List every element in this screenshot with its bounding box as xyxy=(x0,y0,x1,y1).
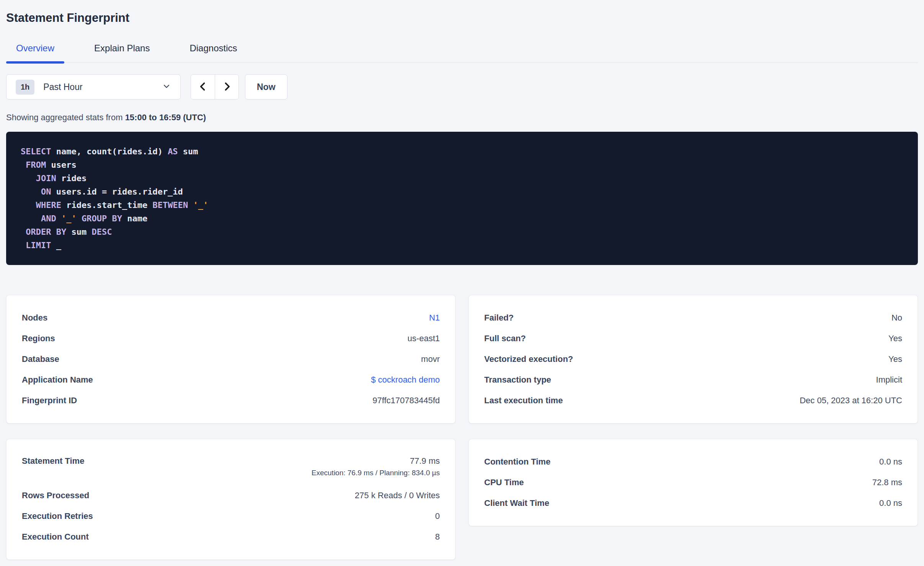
page-title: Statement Fingerprint xyxy=(6,0,918,25)
next-time-button[interactable] xyxy=(215,75,238,99)
table-row: Fingerprint ID 97ffc170783445fd xyxy=(22,390,440,411)
tab-overview[interactable]: Overview xyxy=(6,39,64,62)
aggregated-stats-note: Showing aggregated stats from 15:00 to 1… xyxy=(6,113,918,123)
chevron-left-icon xyxy=(198,81,208,93)
table-row: Last execution time Dec 05, 2023 at 16:2… xyxy=(484,390,902,411)
sql-line: ORDER BY sum DESC xyxy=(21,225,903,239)
resource-times-card: Contention Time 0.0 ns CPU Time 72.8 ms … xyxy=(469,439,918,526)
time-range-label: Past Hour xyxy=(43,82,162,92)
statement-fingerprint-page: Statement Fingerprint Overview Explain P… xyxy=(0,0,924,566)
overview-cards-bottom: Statement Time 77.9 ms Execution: 76.9 m… xyxy=(6,439,918,560)
table-row: Client Wait Time 0.0 ns xyxy=(484,493,902,514)
chevron-down-icon xyxy=(162,82,171,92)
row-label: Vectorized execution? xyxy=(484,354,573,364)
sql-line: ON users.id = rides.rider_id xyxy=(21,185,903,198)
sql-line: AND '_' GROUP BY name xyxy=(21,212,903,225)
row-label: Full scan? xyxy=(484,334,526,344)
row-value: 72.8 ms xyxy=(872,478,902,487)
statement-details-card: Nodes N1 Regions us-east1 Database movr … xyxy=(6,295,455,424)
table-row: Statement Time 77.9 ms Execution: 76.9 m… xyxy=(22,451,440,485)
table-row: Execution Retries 0 xyxy=(22,506,440,527)
row-label: Contention Time xyxy=(484,457,550,467)
table-row: Transaction type Implicit xyxy=(484,370,902,390)
row-label: Fingerprint ID xyxy=(22,396,77,406)
row-value: 0.0 ns xyxy=(879,457,902,467)
row-label: CPU Time xyxy=(484,478,524,487)
table-row: Rows Processed 275 k Reads / 0 Writes xyxy=(22,485,440,506)
nodes-link[interactable]: N1 xyxy=(429,313,440,323)
row-value: 0 xyxy=(435,511,440,521)
table-row: Database movr xyxy=(22,349,440,370)
row-label: Regions xyxy=(22,334,55,344)
row-label: Statement Time xyxy=(22,456,84,466)
row-label: Transaction type xyxy=(484,375,551,385)
table-row: Application Name $ cockroach demo xyxy=(22,370,440,390)
row-label: Execution Count xyxy=(22,532,89,542)
table-row: Execution Count 8 xyxy=(22,527,440,547)
tab-explain-plans[interactable]: Explain Plans xyxy=(84,39,160,62)
table-row: Vectorized execution? Yes xyxy=(484,349,902,370)
row-value-block: 77.9 ms Execution: 76.9 ms / Planning: 8… xyxy=(312,456,440,477)
row-label: Last execution time xyxy=(484,396,563,406)
tab-diagnostics[interactable]: Diagnostics xyxy=(180,39,247,62)
row-value: 275 k Reads / 0 Writes xyxy=(355,491,440,501)
time-controls: 1h Past Hour Now xyxy=(6,74,918,100)
interval-badge: 1h xyxy=(16,80,34,95)
statement-times-card: Statement Time 77.9 ms Execution: 76.9 m… xyxy=(6,439,455,560)
table-row: Regions us-east1 xyxy=(22,328,440,349)
overview-cards-top: Nodes N1 Regions us-east1 Database movr … xyxy=(6,295,918,424)
table-row: Full scan? Yes xyxy=(484,328,902,349)
sql-line: LIMIT _ xyxy=(21,239,903,252)
sql-line: WHERE rides.start_time BETWEEN '_' xyxy=(21,198,903,212)
time-range-dropdown[interactable]: 1h Past Hour xyxy=(6,74,181,100)
table-row: CPU Time 72.8 ms xyxy=(484,472,902,493)
row-label: Database xyxy=(22,354,59,364)
chevron-right-icon xyxy=(222,81,232,93)
time-step-buttons xyxy=(191,74,239,100)
now-button[interactable]: Now xyxy=(245,74,287,100)
row-label: Execution Retries xyxy=(22,511,93,521)
row-value: movr xyxy=(421,354,440,364)
row-value: 8 xyxy=(435,532,440,542)
stats-note-range: 15:00 to 16:59 (UTC) xyxy=(125,113,206,122)
sql-statement-box: SELECT name, count(rides.id) AS sum FROM… xyxy=(6,132,918,265)
row-value: Yes xyxy=(888,334,902,344)
sql-line: JOIN rides xyxy=(21,172,903,185)
table-row: Contention Time 0.0 ns xyxy=(484,451,902,472)
row-value: Yes xyxy=(888,354,902,364)
table-row: Failed? No xyxy=(484,308,902,328)
table-row: Nodes N1 xyxy=(22,308,440,328)
application-name-link[interactable]: $ cockroach demo xyxy=(371,375,440,385)
row-value: 97ffc170783445fd xyxy=(372,396,440,406)
row-label: Rows Processed xyxy=(22,491,89,501)
row-value: 0.0 ns xyxy=(879,498,902,508)
row-value: 77.9 ms xyxy=(312,456,440,466)
execution-attributes-card: Failed? No Full scan? Yes Vectorized exe… xyxy=(469,295,918,424)
stats-note-prefix: Showing aggregated stats from xyxy=(6,113,125,122)
sql-code: SELECT name, count(rides.id) AS sum FROM… xyxy=(21,145,903,252)
row-label: Nodes xyxy=(22,313,47,323)
row-label: Application Name xyxy=(22,375,93,385)
prev-time-button[interactable] xyxy=(191,75,215,99)
sql-line: FROM users xyxy=(21,158,903,172)
row-value: Implicit xyxy=(876,375,902,385)
tab-bar: Overview Explain Plans Diagnostics xyxy=(6,39,918,63)
row-value: No xyxy=(891,313,902,323)
sql-line: SELECT name, count(rides.id) AS sum xyxy=(21,145,903,158)
row-value: us-east1 xyxy=(408,334,440,344)
row-label: Failed? xyxy=(484,313,514,323)
row-value-subtext: Execution: 76.9 ms / Planning: 834.0 µs xyxy=(312,469,440,477)
row-value: Dec 05, 2023 at 16:20 UTC xyxy=(800,396,902,406)
row-label: Client Wait Time xyxy=(484,498,549,508)
